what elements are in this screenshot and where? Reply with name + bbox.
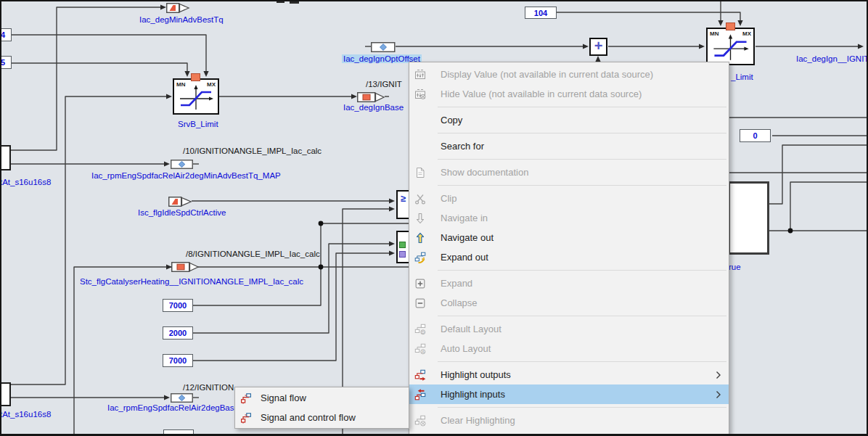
limiter-block-srvb[interactable]: MN MX xyxy=(173,78,219,115)
menu-item-label: Default Layout xyxy=(441,324,501,334)
subsystem-block-right[interactable] xyxy=(728,181,769,255)
menu-item-label: Signal flow xyxy=(261,392,306,403)
menu-item-label: Clip xyxy=(441,193,456,204)
menu-separator xyxy=(438,107,726,107)
constant-block[interactable]: 4 xyxy=(0,28,12,41)
switch-true-port-icon xyxy=(399,242,406,248)
menu-item-label: Copy xyxy=(441,115,462,126)
constant-block[interactable]: 7000 xyxy=(163,354,193,367)
switch-false-port-icon xyxy=(399,251,406,258)
label-stc-flgcatalyserheating[interactable]: Stc_flgCatalyserHeating__IGNITIONANGLE_I… xyxy=(80,277,303,286)
highlight-inputs-icon xyxy=(414,389,427,400)
menu-item-label: Auto Layout xyxy=(441,343,491,354)
menu-item-label: Signal and control flow xyxy=(261,412,356,423)
signal-source-marker-iac-degminadvbesttq[interactable] xyxy=(166,3,191,13)
highlighted-input-port-marker xyxy=(726,22,735,30)
context-menu: Display Value (not available in current … xyxy=(409,62,729,435)
limiter-max-label: MX xyxy=(207,81,216,88)
signal-flow-icon xyxy=(240,392,253,404)
menu-item-display-value-not-available-in-current-data-source: Display Value (not available in current … xyxy=(409,65,729,84)
menu-separator xyxy=(438,316,726,316)
diagram-canvas[interactable]: MN MX MN MX + ≥ xyxy=(0,0,868,436)
highlighted-input-port-marker xyxy=(191,73,200,81)
submenu-chevron-icon xyxy=(716,390,721,399)
navigate-out-icon xyxy=(414,232,427,244)
label-limit-partial[interactable]: _Limit xyxy=(731,73,753,81)
menu-item-navigate-in: Navigate in xyxy=(409,208,729,228)
display-value-icon xyxy=(414,69,427,81)
menu-separator xyxy=(438,361,726,362)
expand-icon xyxy=(414,278,427,289)
limiter-min-label: MN xyxy=(176,81,185,88)
map-call-marker-optoffset[interactable] xyxy=(371,42,396,52)
subsystem-block-left-top[interactable] xyxy=(0,145,11,170)
document-icon xyxy=(414,167,427,178)
label-tat-s16u16s8-top[interactable]: tAt_s16u16s8 xyxy=(0,178,51,186)
constant-block[interactable] xyxy=(163,429,194,436)
label-iac-rpm-base[interactable]: Iac_rpmEngSpdfacRelAir2degBase xyxy=(107,403,239,412)
constant-block[interactable]: 0 xyxy=(740,129,771,142)
sum-block[interactable]: + xyxy=(589,38,607,56)
constant-value: 7000 xyxy=(169,301,187,310)
menu-item-label: Display Value (not available in current … xyxy=(441,69,653,80)
label-iac-degign-ignit[interactable]: Iac_degIgn__IGNIT xyxy=(796,54,868,63)
label-port-8[interactable]: /8/IGNITIONANGLE_IMPL_Iac_calc xyxy=(186,250,320,258)
menu-item-label: Navigate in xyxy=(441,213,488,223)
label-true-partial[interactable]: rue xyxy=(729,263,741,271)
menu-item-navigate-out[interactable]: Navigate out xyxy=(409,228,729,247)
label-iac-degminadvbesttq[interactable]: Iac_degMinAdvBestTq xyxy=(139,15,224,24)
signal-source-marker-isc-flgidlespdctrlactive[interactable] xyxy=(168,197,193,207)
menu-item-collapse: Collapse xyxy=(409,293,729,313)
menu-item-label: Collapse xyxy=(441,297,478,308)
constant-block[interactable]: 7000 xyxy=(163,299,193,312)
menu-separator xyxy=(438,159,726,160)
subsystem-block-left-bottom[interactable] xyxy=(0,382,11,406)
clip-icon xyxy=(414,193,427,205)
constant-value: 2000 xyxy=(169,329,187,337)
constant-value: 0 xyxy=(753,131,757,140)
menu-separator xyxy=(438,407,726,408)
menu-item-label: Navigate out xyxy=(441,232,494,243)
menu-item-label: Highlight inputs xyxy=(441,389,505,400)
label-iac-degignbase[interactable]: Iac_degIgnBase xyxy=(343,103,404,112)
label-port-10[interactable]: /10/IGNITIONANGLE_IMPL_Iac_calc xyxy=(183,147,322,155)
hide-value-icon xyxy=(414,89,427,100)
label-iac-rpm-map[interactable]: Iac_rpmEngSpdfacRelAir2degMinAdvBestTq_M… xyxy=(91,171,281,180)
auto-layout-icon: A xyxy=(414,343,427,355)
limiter-min-label: MN xyxy=(710,30,718,37)
constant-block[interactable]: 104 xyxy=(525,7,557,19)
sequence-call-marker-8[interactable] xyxy=(171,262,199,272)
constant-value: 104 xyxy=(534,9,547,17)
label-srvb-limit[interactable]: SrvB_Limit xyxy=(178,120,218,128)
menu-item-default-layout: DDefault Layout xyxy=(409,319,729,339)
plus-icon: + xyxy=(594,38,603,54)
map-call-marker-10[interactable] xyxy=(171,160,193,169)
menu-icon-empty xyxy=(414,141,427,152)
map-call-marker-12[interactable] xyxy=(171,393,193,403)
navigate-in-icon xyxy=(414,213,427,224)
svg-text:D: D xyxy=(422,329,425,334)
limiter-block-right[interactable]: MN MX xyxy=(706,28,755,65)
collapse-icon xyxy=(414,297,427,309)
menu-item-search-for[interactable]: Search for xyxy=(409,136,729,156)
menu-separator xyxy=(438,270,726,271)
label-tat-s16u16s8-bottom[interactable]: tAt_s16u16s8 xyxy=(0,410,51,419)
menu-item-signal-and-control-flow[interactable]: Signal and control flow xyxy=(235,408,409,427)
sequence-call-marker-13[interactable] xyxy=(357,92,385,102)
menu-icon-empty xyxy=(414,115,427,126)
label-port-13[interactable]: /13/IGNIT xyxy=(366,80,402,89)
constant-value: 7000 xyxy=(169,356,187,365)
label-port-12[interactable]: /12/IGNITION xyxy=(183,383,234,392)
menu-separator xyxy=(438,133,726,133)
label-isc-flgidlespdctrlactive[interactable]: Isc_flgIdleSpdCtrlActive xyxy=(138,208,226,217)
constant-block[interactable]: 2000 xyxy=(163,326,193,340)
menu-item-expand-out[interactable]: Expand out xyxy=(409,247,729,267)
submenu-chevron-icon xyxy=(716,371,721,379)
menu-item-label: Hide Value (not available in current dat… xyxy=(441,89,642,99)
menu-item-copy[interactable]: Copy xyxy=(409,110,729,130)
highlight-inputs-submenu: Signal flowSignal and control flow xyxy=(234,387,409,429)
menu-item-highlight-outputs[interactable]: Highlight outputs xyxy=(409,365,729,384)
constant-block[interactable]: 5 xyxy=(0,56,12,69)
menu-item-highlight-inputs[interactable]: Highlight inputs xyxy=(409,384,729,404)
menu-item-signal-flow[interactable]: Signal flow xyxy=(235,388,409,408)
